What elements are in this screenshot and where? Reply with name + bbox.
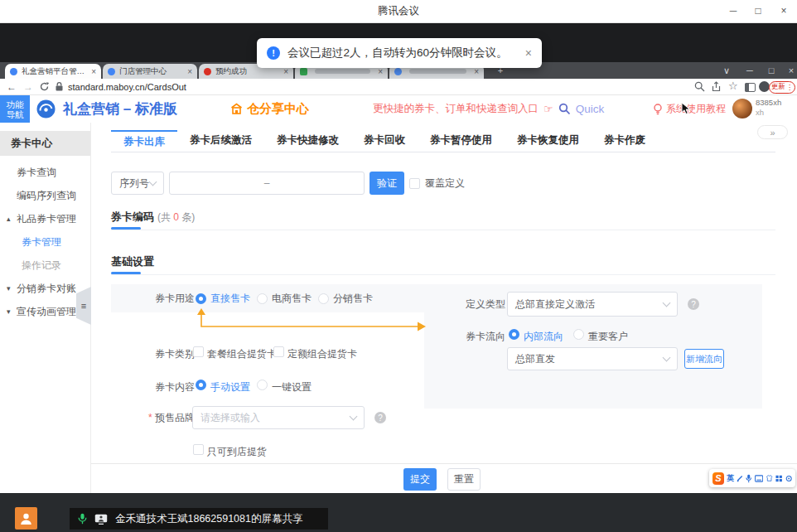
checkbox-fixed-combo-card[interactable] (273, 346, 284, 357)
option-important-customer[interactable]: 重要客户 (588, 330, 628, 344)
minimize-button[interactable]: ─ (721, 0, 746, 22)
banner-close-icon[interactable]: × (525, 46, 532, 60)
bookmark-star-icon[interactable]: ☆ (728, 79, 738, 94)
chevron-down-icon: ▾ (7, 302, 11, 322)
browser-close-button[interactable]: × (784, 64, 797, 77)
lock-icon (56, 82, 63, 91)
zoom-icon[interactable] (694, 81, 705, 92)
browser-minimize-button[interactable]: ─ (742, 64, 757, 77)
tab-close-icon[interactable]: × (91, 67, 96, 76)
radio-internal-flow-selected[interactable] (509, 329, 519, 340)
browser-tab[interactable]: 门店管理中心 × (103, 64, 197, 79)
serial-range-input[interactable]: – (169, 172, 365, 195)
option-one-click-setup[interactable]: 一键设置 (272, 380, 312, 394)
store-pickup-only-checkbox[interactable] (193, 444, 204, 455)
option-internal-flow[interactable]: 内部流向 (524, 330, 563, 344)
sidebar-item-operation-log[interactable]: 操作记录 (0, 255, 90, 275)
browser-restore-button[interactable]: □ (764, 64, 779, 77)
sidebar-group-label: 礼品券卡管理 (17, 213, 76, 225)
tab-card-suspend[interactable]: 券卡暂停使用 (418, 130, 505, 152)
radio-one-click-setup[interactable] (257, 380, 268, 390)
presale-brand-select[interactable]: 请选择或输入 (192, 406, 365, 429)
sidebar-item-code-sequence-query[interactable]: 编码序列查询 (0, 186, 90, 206)
help-icon[interactable]: ? (688, 298, 699, 310)
lightbulb-icon (653, 104, 663, 115)
checkbox-package-combo-card[interactable] (193, 346, 204, 357)
chevron-up-icon: ▴ (7, 209, 11, 229)
flow-target-select[interactable]: 总部直发 (507, 347, 678, 370)
tab-close-icon[interactable]: × (283, 67, 288, 76)
ime-toolbar[interactable]: S 英 (709, 469, 795, 487)
flow-connector-arrow (194, 308, 427, 331)
ime-pencil-icon[interactable] (737, 474, 743, 482)
tab-card-followup-activation[interactable]: 券卡后续激活 (177, 130, 264, 152)
radio-ecommerce-sale[interactable] (257, 293, 268, 304)
tab-close-icon[interactable]: × (187, 67, 192, 76)
card-codes-count: (共 0 条) (157, 210, 195, 225)
definition-type-select[interactable]: 总部直接定义激活 (507, 292, 678, 317)
help-icon[interactable]: ? (374, 412, 386, 423)
card-content-label: 券卡内容 (155, 380, 195, 394)
card-action-tabs: 券卡出库 券卡后续激活 券卡快捷修改 券卡回收 券卡暂停使用 券卡恢复使用 券卡… (111, 130, 775, 152)
add-flow-button[interactable]: 新增流向 (684, 349, 724, 369)
verify-button[interactable]: 验证 (370, 172, 404, 195)
screen-share-indicator[interactable]: 金禾通技术王斌18662591081的屏幕共享 (70, 508, 328, 530)
quick-search-icon[interactable] (558, 103, 571, 115)
user-name: 8385xh xh (756, 98, 781, 118)
count-prefix: (共 (157, 211, 173, 223)
tab-card-recycle[interactable]: 券卡回收 (351, 130, 418, 152)
reload-icon[interactable] (39, 81, 50, 92)
ime-logo[interactable]: S (712, 472, 724, 485)
ime-language-toggle[interactable]: 英 (727, 473, 734, 484)
obscured-tab-title (409, 69, 466, 74)
share-center-label: 仓分享中心 (247, 101, 309, 117)
sidebar-item-card-query[interactable]: 券卡查询 (0, 162, 90, 182)
tab-card-quick-edit[interactable]: 券卡快捷修改 (264, 130, 351, 152)
radio-distribution-sale[interactable] (318, 293, 329, 304)
function-nav-button[interactable]: 功能 导航 (0, 95, 30, 123)
radio-manual-setup-selected[interactable] (196, 380, 206, 390)
quick-label[interactable]: Quick (576, 103, 605, 115)
site-favicon (10, 68, 17, 75)
serial-field-select[interactable]: 序列号 (111, 172, 164, 195)
forward-icon[interactable]: → (23, 80, 33, 94)
tab-title: 礼盒营销平台管理中心 (22, 66, 87, 77)
back-icon[interactable]: ← (7, 80, 17, 94)
override-definition-checkbox[interactable] (409, 178, 420, 189)
radio-direct-sale-selected[interactable] (196, 293, 206, 304)
tab-close-icon[interactable]: × (378, 67, 383, 76)
mouse-cursor (681, 103, 692, 115)
submit-button[interactable]: 提交 (403, 468, 437, 491)
option-package-combo-card[interactable]: 套餐组合提货卡 (207, 347, 277, 361)
tab-search-icon[interactable]: ∨ (719, 64, 734, 77)
tab-close-icon[interactable]: × (474, 67, 479, 76)
sidebar-group-gift-card-management[interactable]: ▴ 礼品券卡管理 (0, 209, 90, 229)
ime-keyboard-icon[interactable] (755, 475, 763, 482)
address-bar-url[interactable]: standard.maboy.cn/CardsOut (68, 80, 186, 94)
ime-settings-icon[interactable] (785, 475, 792, 482)
tab-card-restore[interactable]: 券卡恢复使用 (505, 130, 592, 152)
option-manual-setup[interactable]: 手动设置 (210, 380, 250, 394)
promo-text: 更快捷的券卡、订单和快递查询入口 (373, 102, 539, 116)
share-icon[interactable] (711, 81, 722, 92)
ime-mic-icon[interactable] (746, 474, 751, 483)
sidebar-item-card-management-active[interactable]: 券卡管理 (0, 232, 90, 252)
option-fixed-combo-card[interactable]: 定额组合提货卡 (287, 347, 357, 361)
close-button[interactable]: × (771, 0, 796, 22)
browser-tab-active[interactable]: 礼盒营销平台管理中心 × (5, 64, 101, 79)
user-avatar[interactable] (732, 99, 752, 118)
promo-entry[interactable]: 更快捷的券卡、订单和快递查询入口 ☞ Quick (373, 95, 604, 123)
card-category-label: 券卡类别 (155, 347, 195, 361)
tab-card-outbound-active[interactable]: 券卡出库 (111, 130, 177, 152)
maximize-button[interactable]: □ (746, 0, 770, 22)
user-name-line2: xh (756, 108, 781, 118)
ime-toolbox-icon[interactable] (775, 475, 782, 482)
reset-button[interactable]: 重置 (447, 468, 481, 491)
share-center-link[interactable]: 仓分享中心 (230, 95, 309, 123)
screen-share-icon (94, 514, 108, 525)
ime-skin-icon[interactable] (766, 474, 773, 482)
tab-card-void[interactable]: 券卡作废 (592, 130, 658, 152)
definition-type-label: 定义类型 (466, 292, 505, 317)
radio-important-customer[interactable] (573, 329, 584, 340)
browser-update-button[interactable]: 更新⋮ (769, 81, 795, 94)
